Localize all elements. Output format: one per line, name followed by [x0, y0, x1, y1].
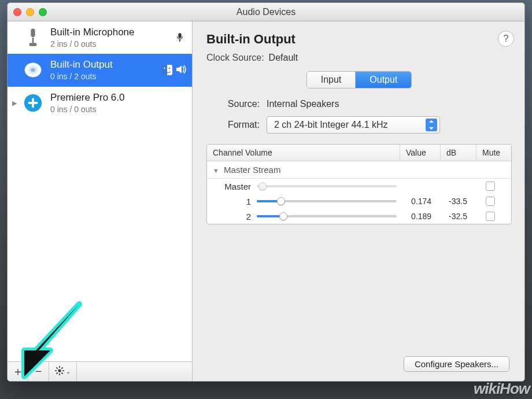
- device-name: Built-in Output: [50, 58, 155, 71]
- svg-rect-4: [179, 40, 180, 42]
- io-tab-group: Input Output: [306, 71, 412, 88]
- remove-device-button[interactable]: −: [28, 362, 49, 381]
- svg-point-7: [31, 68, 35, 72]
- device-title: Built-in Output: [206, 32, 512, 47]
- col-channel: Channel Volume: [207, 145, 400, 161]
- watermark: wikiHow: [474, 380, 530, 398]
- gear-icon: [55, 365, 64, 378]
- window-title: Audio Devices: [8, 7, 524, 17]
- svg-point-11: [169, 68, 170, 69]
- format-label: Format:: [206, 120, 260, 130]
- device-item-premiere-pro[interactable]: ▶ Premiere Pro 6.0 0 ins / 0 outs: [8, 87, 192, 119]
- volume-slider-master: [257, 181, 397, 191]
- col-mute: Mute: [476, 145, 511, 161]
- device-list: Built-in Microphone 2 ins / 0 outs Bu: [8, 21, 192, 361]
- main-panel: ? Built-in Output Clock Source: Default …: [193, 21, 524, 381]
- source-row: Source: Internal Speakers: [206, 99, 512, 109]
- sidebar-footer: ＋ − ⌄: [8, 361, 192, 381]
- bottom-bar: Configure Speakers...: [206, 350, 512, 373]
- titlebar: Audio Devices: [8, 3, 524, 21]
- format-value: 2 ch 24-bit Integer 44.1 kHz: [274, 120, 388, 130]
- svg-rect-14: [32, 98, 34, 108]
- tab-input[interactable]: Input: [307, 72, 356, 88]
- channel-volume-table: Channel Volume Value dB Mute ▼ Master St…: [206, 144, 512, 224]
- source-label: Source:: [206, 99, 260, 109]
- svg-line-21: [61, 372, 62, 374]
- tab-output[interactable]: Output: [356, 72, 411, 88]
- channel-row-master: Master: [207, 179, 511, 194]
- plus-icon: ＋: [12, 364, 24, 379]
- channel-row-1: 1 0.174 -33.5: [207, 194, 511, 209]
- microphone-icon: [176, 32, 186, 43]
- actions-menu-button[interactable]: ⌄: [49, 362, 77, 381]
- sound-output-icon: [176, 65, 186, 75]
- clock-source-value: Default: [269, 53, 298, 63]
- channel-label: 2: [210, 212, 257, 221]
- format-row: Format: 2 ch 24-bit Integer 44.1 kHz: [206, 116, 512, 134]
- help-icon: ?: [504, 34, 509, 44]
- section-master-stream[interactable]: ▼ Master Stream: [207, 161, 511, 179]
- volume-slider-2[interactable]: [257, 211, 397, 221]
- sidebar: Built-in Microphone 2 ins / 0 outs Bu: [8, 21, 193, 381]
- device-name: Built-in Microphone: [50, 26, 169, 39]
- device-item-builtin-microphone[interactable]: Built-in Microphone 2 ins / 0 outs: [8, 21, 192, 54]
- channel-label: Master: [210, 182, 257, 191]
- col-value: Value: [400, 145, 441, 161]
- aggregate-device-icon: [23, 93, 43, 113]
- disclosure-down-icon: ▼: [213, 167, 219, 174]
- help-button[interactable]: ?: [498, 31, 514, 47]
- mute-checkbox-2[interactable]: [486, 212, 495, 221]
- svg-rect-3: [178, 33, 181, 38]
- zoom-button[interactable]: [39, 8, 47, 16]
- channel-db: -32.5: [437, 212, 473, 221]
- channel-value: 0.174: [397, 197, 437, 206]
- speaker-device-icon: [23, 60, 43, 80]
- device-item-builtin-output[interactable]: Built-in Output 0 ins / 2 outs: [8, 54, 192, 86]
- disclosure-triangle-icon[interactable]: ▶: [12, 99, 17, 106]
- close-button[interactable]: [13, 8, 21, 16]
- channel-value: 0.189: [397, 212, 437, 221]
- col-db: dB: [441, 145, 476, 161]
- channel-db: -33.5: [437, 197, 473, 206]
- svg-rect-9: [162, 65, 167, 75]
- clock-source-row: Clock Source: Default: [206, 53, 512, 63]
- minus-icon: −: [35, 365, 42, 378]
- svg-rect-1: [32, 38, 34, 43]
- volume-slider-1[interactable]: [257, 196, 397, 206]
- minimize-button[interactable]: [26, 8, 34, 16]
- chevron-down-icon: ⌄: [66, 368, 71, 375]
- device-io: 2 ins / 0 outs: [50, 39, 169, 49]
- device-io: 0 ins / 0 outs: [50, 104, 186, 114]
- window-body: Built-in Microphone 2 ins / 0 outs Bu: [8, 21, 524, 381]
- clock-source-label: Clock Source:: [206, 53, 264, 63]
- channel-label: 1: [210, 197, 257, 206]
- device-name: Premiere Pro 6.0: [50, 91, 186, 104]
- svg-line-20: [56, 367, 57, 368]
- mute-checkbox-1[interactable]: [486, 197, 495, 206]
- finder-icon: [162, 65, 172, 75]
- svg-rect-2: [29, 43, 37, 46]
- traffic-lights: [13, 8, 47, 16]
- configure-speakers-button[interactable]: Configure Speakers...: [404, 356, 509, 372]
- source-value: Internal Speakers: [267, 99, 339, 109]
- microphone-device-icon: [23, 27, 43, 48]
- audio-devices-window: Audio Devices Built-in Microphone 2 ins …: [7, 2, 525, 382]
- svg-line-22: [56, 372, 57, 374]
- format-select[interactable]: 2 ch 24-bit Integer 44.1 kHz: [267, 116, 440, 134]
- table-header: Channel Volume Value dB Mute: [207, 145, 511, 161]
- svg-line-23: [61, 367, 62, 368]
- svg-point-10: [164, 68, 165, 69]
- channel-row-2: 2 0.189 -32.5: [207, 209, 511, 224]
- add-device-button[interactable]: ＋: [8, 362, 28, 381]
- device-io: 0 ins / 2 outs: [50, 71, 155, 82]
- stepper-icon: [426, 119, 437, 131]
- mute-checkbox-master[interactable]: [486, 182, 495, 191]
- svg-point-15: [58, 369, 61, 372]
- svg-rect-0: [31, 29, 35, 38]
- section-label: Master Stream: [224, 165, 280, 175]
